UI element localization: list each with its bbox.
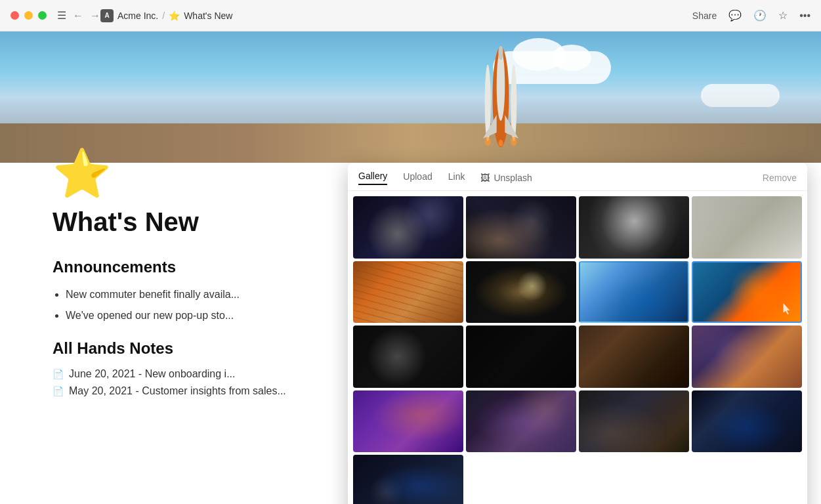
document-icon: 📄 bbox=[53, 369, 64, 379]
share-button[interactable]: Share bbox=[692, 10, 717, 21]
gallery-overlay: Gallery Upload Link 🖼 Unsplash Remove bbox=[348, 163, 807, 504]
main-area: ⭐ What's New Announcements New commuter … bbox=[0, 32, 821, 504]
gallery-image[interactable] bbox=[579, 261, 689, 324]
back-button[interactable]: ← bbox=[73, 10, 83, 22]
history-icon[interactable]: 🕐 bbox=[753, 9, 767, 22]
favorite-icon[interactable]: ☆ bbox=[778, 9, 788, 22]
titlebar-actions: Share 💬 🕐 ☆ ••• bbox=[692, 9, 810, 22]
breadcrumb-separator: / bbox=[162, 10, 165, 21]
gallery-image[interactable] bbox=[579, 326, 689, 388]
gallery-image[interactable] bbox=[353, 196, 463, 259]
gallery-image[interactable] bbox=[466, 261, 576, 324]
svg-point-6 bbox=[499, 140, 503, 147]
forward-button[interactable]: → bbox=[90, 10, 100, 22]
gallery-image[interactable] bbox=[353, 455, 463, 504]
gallery-image[interactable] bbox=[466, 390, 576, 453]
tab-gallery[interactable]: Gallery bbox=[358, 171, 387, 185]
more-options-icon[interactable]: ••• bbox=[799, 10, 810, 22]
gallery-image[interactable] bbox=[353, 261, 463, 324]
remove-button[interactable]: Remove bbox=[763, 173, 797, 183]
gallery-tabs: Gallery Upload Link 🖼 Unsplash Remove bbox=[348, 163, 807, 191]
comment-icon[interactable]: 💬 bbox=[728, 9, 742, 22]
page-title-breadcrumb[interactable]: What's New bbox=[184, 10, 232, 21]
gallery-image-selected[interactable] bbox=[692, 261, 802, 324]
gallery-image[interactable] bbox=[692, 196, 802, 259]
svg-point-7 bbox=[511, 136, 516, 146]
gallery-image[interactable] bbox=[353, 390, 463, 453]
hamburger-icon[interactable]: ☰ bbox=[57, 9, 66, 22]
gallery-image[interactable] bbox=[692, 326, 802, 388]
gallery-image[interactable] bbox=[579, 390, 689, 453]
svg-point-3 bbox=[497, 50, 505, 121]
gallery-image[interactable] bbox=[466, 326, 576, 388]
workspace-name[interactable]: Acme Inc. bbox=[117, 10, 158, 21]
unsplash-icon: 🖼 bbox=[480, 173, 490, 183]
breadcrumb: A Acme Inc. / ⭐ What's New bbox=[100, 9, 232, 22]
gallery-image[interactable] bbox=[466, 196, 576, 259]
maximize-button[interactable] bbox=[38, 11, 47, 20]
gallery-image[interactable] bbox=[692, 390, 802, 453]
workspace-icon: A bbox=[100, 9, 114, 22]
svg-point-5 bbox=[485, 136, 491, 146]
svg-point-4 bbox=[499, 46, 503, 60]
minimize-button[interactable] bbox=[24, 11, 33, 20]
titlebar: ☰ ← → A Acme Inc. / ⭐ What's New Share 💬… bbox=[0, 0, 821, 32]
page-star-icon: ⭐ bbox=[169, 10, 180, 21]
tab-upload[interactable]: Upload bbox=[403, 171, 432, 184]
close-button[interactable] bbox=[11, 11, 19, 20]
cover-image[interactable] bbox=[0, 32, 821, 163]
shuttle-graphic bbox=[468, 32, 534, 163]
gallery-image[interactable] bbox=[579, 196, 689, 259]
traffic-lights bbox=[11, 11, 47, 20]
tab-link[interactable]: Link bbox=[448, 171, 465, 184]
document-icon: 📄 bbox=[53, 386, 64, 396]
gallery-image[interactable] bbox=[353, 326, 463, 388]
image-grid bbox=[348, 191, 807, 504]
nav-buttons: ☰ ← → bbox=[57, 9, 100, 22]
tab-unsplash[interactable]: 🖼 Unsplash bbox=[480, 173, 532, 183]
